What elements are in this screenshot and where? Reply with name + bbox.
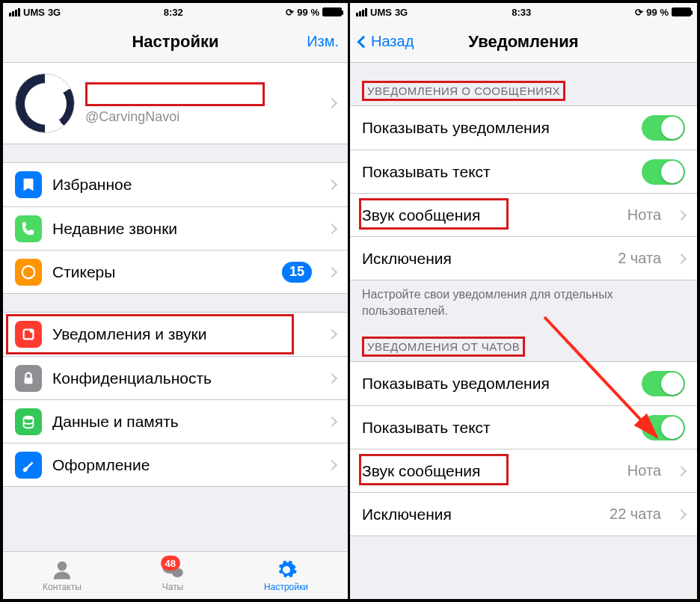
chevron-right-icon [327,266,337,277]
row-sound-chat[interactable]: Звук сообщения Нота [350,449,697,492]
avatar [15,73,75,133]
chevron-right-icon [327,329,337,340]
chevron-right-icon [327,223,337,233]
row-recent-calls[interactable]: Недавние звонки [3,206,348,250]
row-label: Показывать уведомления [362,119,631,137]
sticker-icon [15,259,42,286]
time-label: 8:32 [164,7,183,18]
contact-icon [50,559,74,581]
profile-handle: @CarvingNavoi [85,109,318,125]
bell-icon [15,321,42,348]
highlight-box: УВЕДОМЛЕНИЯ ОТ ЧАТОВ [362,337,525,357]
row-exceptions-chat[interactable]: Исключения 22 чата [350,492,697,535]
chevron-right-icon [676,253,687,263]
brush-icon [15,452,42,479]
bookmark-icon [15,171,42,198]
status-bar: UMS 3G 8:33 ⟳ 99 % [350,3,697,21]
row-label: Показывать уведомления [362,375,631,393]
network-label: 3G [48,7,61,18]
chats-badge: 48 [161,556,180,571]
row-label: Исключения [362,506,599,523]
chevron-right-icon [327,98,337,108]
row-stickers[interactable]: Стикеры 15 [3,250,348,293]
chevron-right-icon [327,416,337,426]
time-label: 8:33 [512,7,531,18]
row-favorites[interactable]: Избранное [3,163,348,206]
settings-screen: UMS 3G 8:32 ⟳ 99 % Настройки Изм. @Carvi… [3,3,350,599]
row-value: 22 чата [610,506,661,523]
row-appearance[interactable]: Оформление [3,443,348,486]
section-header-messages: УВЕДОМЛЕНИЯ О СООБЩЕНИЯХ [350,63,697,105]
row-label: Недавние звонки [52,220,318,238]
lock-icon [15,365,42,392]
rotation-lock-icon: ⟳ [286,7,294,18]
rotation-lock-icon: ⟳ [635,7,643,18]
group-general: Избранное Недавние звонки Стикеры 15 [3,162,348,294]
toggle-switch[interactable] [642,159,685,185]
row-label: Звук сообщения [362,462,617,480]
chevron-right-icon [327,179,337,190]
row-value: Нота [627,206,661,224]
notifications-screen: UMS 3G 8:33 ⟳ 99 % Назад Уведомления УВЕ… [350,3,697,599]
tab-label: Контакты [43,582,82,592]
carrier-label: UMS [370,7,392,18]
row-show-text[interactable]: Показывать текст [350,150,697,193]
highlight-box: УВЕДОМЛЕНИЯ О СООБЩЕНИЯХ [362,81,565,101]
row-show-notifs[interactable]: Показывать уведомления [350,106,697,150]
row-sound[interactable]: Звук сообщения Нота [350,193,697,236]
row-privacy[interactable]: Конфиденциальность [3,356,348,399]
edit-button[interactable]: Изм. [307,33,339,50]
profile-name-redacted [85,82,265,106]
svg-point-4 [24,415,34,420]
toggle-switch[interactable] [642,371,685,396]
row-show-notifs-chat[interactable]: Показывать уведомления [350,362,697,405]
phone-icon [15,215,42,242]
row-notifications[interactable]: Уведомления и звуки [3,313,348,356]
gear-icon [274,559,298,581]
signal-icon [9,8,20,16]
toggle-switch[interactable] [642,415,685,440]
row-show-text-chat[interactable]: Показывать текст [350,405,697,449]
row-label: Избранное [52,176,318,194]
tab-label: Чаты [162,582,184,592]
chevron-right-icon [676,466,687,476]
chevron-right-icon [327,372,337,383]
svg-point-5 [58,562,67,571]
back-button[interactable]: Назад [359,33,414,50]
page-title: Уведомления [468,32,578,52]
chevron-left-icon [357,35,370,48]
status-bar: UMS 3G 8:32 ⟳ 99 % [3,3,348,21]
toggle-switch[interactable] [642,115,685,141]
nav-bar: Назад Уведомления [350,21,697,63]
row-label: Оформление [52,456,318,474]
group-message-notifs: Показывать уведомления Показывать текст … [350,105,697,280]
profile-row[interactable]: @CarvingNavoi [3,63,348,144]
row-label: Показывать текст [362,419,631,437]
row-value: Нота [627,462,661,479]
nav-bar: Настройки Изм. [3,21,348,63]
battery-percent: 99 % [646,7,669,18]
tab-label: Настройки [264,582,308,592]
network-label: 3G [395,7,408,18]
back-label: Назад [371,33,414,50]
svg-rect-3 [25,378,33,384]
row-label: Показывать текст [362,163,631,181]
battery-icon [322,7,342,16]
svg-point-2 [30,329,34,334]
row-value: 2 чата [618,250,661,267]
group-settings: Уведомления и звуки Конфиденциальность Д… [3,312,348,487]
tab-bar: Контакты 48 Чаты Настройки [3,551,348,599]
chevron-right-icon [676,209,687,220]
section-header-chats: УВЕДОМЛЕНИЯ ОТ ЧАТОВ [350,319,697,361]
tab-chats[interactable]: 48 Чаты [161,559,185,592]
row-label: Уведомления и звуки [52,325,318,343]
row-exceptions[interactable]: Исключения 2 чата [350,236,697,280]
row-label: Данные и память [52,413,318,431]
row-data[interactable]: Данные и память [3,399,348,443]
tab-contacts[interactable]: Контакты [43,559,82,592]
chevron-right-icon [676,509,687,520]
row-label: Исключения [362,250,607,268]
tab-settings[interactable]: Настройки [264,559,308,592]
battery-icon [672,7,691,16]
stickers-badge: 15 [282,262,312,283]
